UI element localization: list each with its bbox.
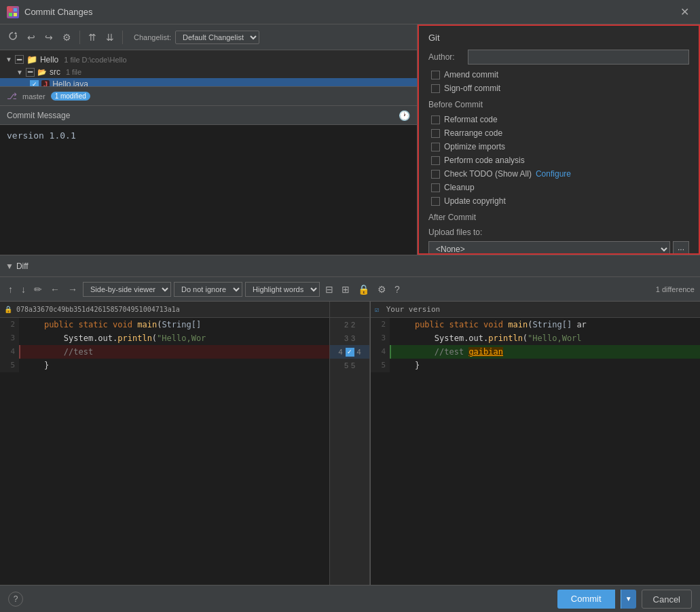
redo-button[interactable]: ↪	[42, 31, 56, 44]
expand-icon: ▼	[5, 56, 12, 63]
hello-label: Hello	[40, 55, 58, 65]
expand-all-button[interactable]: ⇊	[103, 31, 117, 44]
author-input[interactable]	[468, 50, 689, 65]
commit-message-header: Commit Message 🕐	[0, 106, 417, 125]
signoff-commit-label: Sign-off commit	[444, 84, 500, 93]
optimize-imports-checkbox[interactable]	[431, 143, 440, 151]
diff-fwd-button[interactable]: →	[65, 283, 80, 296]
diff-columns-button[interactable]: ⊞	[339, 283, 352, 296]
changelist-select[interactable]: Default Changelist	[175, 31, 259, 44]
diff-help-button[interactable]: ?	[392, 283, 403, 296]
diff-middle-checkbox[interactable]: ✓	[346, 348, 354, 357]
diff-line-right-3: 3 System.out.println("Hello,Worl	[371, 331, 700, 345]
settings-button[interactable]: ⚙	[60, 31, 74, 44]
reformat-code-label: Reformat code	[444, 115, 498, 124]
update-copyright-label: Update copyright	[444, 196, 506, 206]
refresh-button[interactable]	[5, 30, 20, 44]
amend-commit-row: Amend commit	[428, 70, 689, 79]
cleanup-checkbox[interactable]	[431, 183, 440, 192]
commit-button[interactable]: Commit	[557, 590, 615, 609]
amend-commit-checkbox[interactable]	[431, 71, 440, 79]
rearrange-code-checkbox[interactable]	[431, 129, 440, 138]
diff-down-button[interactable]: ↓	[18, 283, 29, 296]
diff-line-right-2: 2 public static void main(String[] ar	[371, 318, 700, 331]
tree-item-hellojava[interactable]: ✓ J Hello.java	[0, 78, 417, 86]
perform-analysis-checkbox[interactable]	[431, 156, 440, 165]
optimize-imports-label: Optimize imports	[444, 142, 505, 151]
configure-link[interactable]: Configure	[536, 169, 571, 179]
perform-analysis-row: Perform code analysis	[428, 156, 689, 165]
diff-lock-button[interactable]: 🔒	[355, 283, 372, 296]
help-button[interactable]: ?	[8, 592, 23, 607]
diff-ignore-select[interactable]: Do not ignore	[174, 282, 242, 297]
diff-line-left-4: 4 //test	[0, 345, 329, 359]
git-panel: Git Author: Amend commit Sign-off commit…	[418, 24, 700, 255]
cleanup-label: Cleanup	[444, 183, 475, 192]
reformat-code-checkbox[interactable]	[431, 115, 440, 124]
commit-message-input[interactable]: version 1.0.1	[0, 125, 417, 255]
diff-count: 1 difference	[656, 285, 695, 293]
branch-icon: ⎇	[7, 91, 17, 101]
diff-edit-button[interactable]: ✏	[31, 283, 45, 296]
diff-header: ▼ Diff	[0, 255, 700, 277]
diff-middle-4: 4 ✓ 4	[330, 345, 369, 359]
upload-dots-button[interactable]: ···	[673, 241, 689, 255]
hellojava-label: Hello.java	[52, 79, 88, 86]
src-folder-icon: 📂	[37, 68, 47, 77]
check-todo-label: Check TODO (Show All)	[444, 169, 532, 179]
perform-analysis-label: Perform code analysis	[444, 156, 525, 165]
svg-rect-2	[9, 13, 12, 16]
folder-icon: 📁	[26, 54, 37, 65]
diff-up-button[interactable]: ↑	[5, 283, 16, 296]
upload-row: <None> ···	[428, 241, 689, 255]
diff-highlight-select[interactable]: Highlight words	[245, 282, 320, 297]
tree-item-src[interactable]: ▼ ━ 📂 src 1 file	[0, 66, 417, 78]
diff-pane-right-header: ☑ Your version	[371, 302, 700, 318]
diff-line-right-4: 4 //test gaibian	[371, 345, 700, 359]
top-section: ↩ ↪ ⚙ ⇈ ⇊ Changelist: Default Changelist…	[0, 24, 700, 255]
tree-item-hello[interactable]: ▼ ━ 📁 Hello 1 file D:\code\Hello	[0, 53, 417, 66]
rearrange-code-row: Rearrange code	[428, 128, 689, 138]
optimize-imports-row: Optimize imports	[428, 142, 689, 151]
window-title: Commit Changes	[24, 7, 676, 17]
check-todo-checkbox[interactable]	[431, 170, 440, 179]
hello-checkbox[interactable]: ━	[15, 55, 24, 64]
collapse-all-button[interactable]: ⇈	[86, 31, 99, 44]
signoff-commit-checkbox[interactable]	[431, 84, 440, 93]
src-label: src	[50, 67, 60, 77]
diff-title: Diff	[16, 262, 29, 271]
diff-line-left-3: 3 System.out.println("Hello,Wor	[0, 331, 329, 345]
commit-message-section: Commit Message 🕐 version 1.0.1	[0, 105, 417, 255]
src-checkbox[interactable]: ━	[26, 68, 35, 77]
diff-viewer-select[interactable]: Side-by-side viewer	[83, 282, 171, 297]
diff-split-button[interactable]: ⊟	[323, 283, 336, 296]
upload-files-label: Upload files to:	[428, 228, 689, 237]
branch-info: ⎇ master 1 modified	[0, 86, 417, 105]
main-layout: ↩ ↪ ⚙ ⇈ ⇊ Changelist: Default Changelist…	[0, 24, 700, 612]
svg-rect-1	[14, 8, 17, 12]
diff-expand-icon[interactable]: ▼	[5, 262, 14, 271]
right-label: ☑ Your version	[375, 305, 440, 314]
diff-line-left-5: 5 }	[0, 359, 329, 372]
svg-rect-0	[9, 8, 12, 12]
title-bar: Commit Changes ✕	[0, 0, 700, 24]
svg-rect-3	[14, 13, 17, 16]
diff-section: ▼ Diff ↑ ↓ ✏ ← → Side-by-side viewer Do …	[0, 255, 700, 585]
branch-name: master	[22, 92, 45, 101]
upload-select[interactable]: <None>	[428, 241, 670, 255]
commit-arrow-button[interactable]: ▼	[621, 590, 636, 609]
update-copyright-checkbox[interactable]	[431, 197, 440, 206]
diff-middle: 22 33 4 ✓ 4 55	[329, 302, 370, 585]
separator-1	[79, 31, 80, 44]
svg-marker-4	[14, 32, 17, 34]
java-file-icon: J	[41, 80, 50, 86]
diff-back-button[interactable]: ←	[48, 283, 62, 296]
hellojava-checkbox[interactable]: ✓	[30, 80, 39, 87]
amend-commit-label: Amend commit	[444, 70, 498, 79]
undo-button[interactable]: ↩	[24, 31, 38, 44]
left-lock-icon: 🔒	[4, 306, 12, 313]
history-icon[interactable]: 🕐	[399, 110, 410, 121]
diff-settings-button[interactable]: ⚙	[375, 283, 389, 296]
close-button[interactable]: ✕	[676, 4, 693, 20]
cancel-button[interactable]: Cancel	[642, 590, 692, 609]
